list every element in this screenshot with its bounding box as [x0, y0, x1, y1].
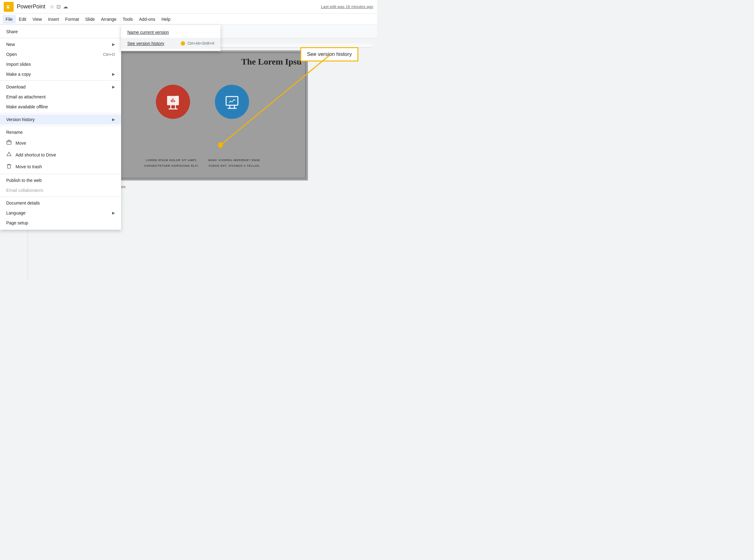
- fm-rename[interactable]: Rename: [0, 127, 121, 137]
- menu-arrange[interactable]: Arrange: [98, 15, 120, 24]
- svg-rect-3: [7, 7, 9, 7]
- move-icon: [6, 140, 13, 146]
- app-icon: [4, 2, 14, 12]
- fm-divider-6: [0, 197, 121, 197]
- svg-rect-34: [7, 141, 11, 144]
- menu-addons[interactable]: Add-ons: [136, 15, 158, 24]
- fm-pagesetup[interactable]: Page setup: [0, 218, 121, 228]
- fm-divider-5: [0, 174, 121, 174]
- fm-open[interactable]: Open Ctrl+O: [0, 49, 121, 59]
- menu-slide[interactable]: Slide: [82, 15, 98, 24]
- speaker-notes: d speaker notes: [97, 184, 308, 189]
- star-icon[interactable]: ☆: [50, 4, 54, 9]
- title-icons: ☆ ⊡ ☁: [50, 4, 68, 9]
- menu-file[interactable]: File: [2, 15, 16, 24]
- fm-details[interactable]: Document details: [0, 198, 121, 208]
- fm-offline[interactable]: Make available offline: [0, 102, 121, 112]
- version-submenu: Name current version See version history…: [121, 25, 220, 51]
- svg-line-28: [229, 101, 231, 103]
- version-callout: See version history: [300, 47, 358, 61]
- menu-help[interactable]: Help: [158, 15, 174, 24]
- caption-right: NUNC VIVERRA IMPERDIET ENIM.FUSCE EST. V…: [208, 157, 261, 168]
- fm-divider-4: [0, 126, 121, 126]
- slide-icon-teal: [215, 85, 249, 119]
- caption-left: LOREM IPSUM DOLOR SIT AMET,CONSECTETUER …: [144, 157, 199, 168]
- menu-view[interactable]: View: [29, 15, 45, 24]
- title-bar: PowerPoint ☆ ⊡ ☁ Last edit was 16 minute…: [0, 0, 377, 14]
- svg-rect-36: [7, 165, 11, 168]
- fm-collab[interactable]: Email collaborators: [0, 185, 121, 195]
- svg-rect-24: [226, 97, 238, 105]
- svg-rect-2: [7, 6, 9, 6]
- fm-language[interactable]: Language ▶: [0, 208, 121, 218]
- fm-share[interactable]: Share: [0, 27, 121, 37]
- slide-canvas[interactable]: The Lorem Ipsu: [97, 50, 308, 181]
- svg-line-30: [232, 100, 234, 102]
- vs-dot: [181, 41, 185, 46]
- fm-divider-2: [0, 80, 121, 81]
- fm-new[interactable]: New ▶: [0, 39, 121, 49]
- drive-icon: [6, 152, 13, 158]
- menu-bar: File Edit View Insert Format Slide Arran…: [0, 14, 377, 25]
- menu-tools[interactable]: Tools: [120, 15, 136, 24]
- fm-copy[interactable]: Make a copy ▶: [0, 69, 121, 79]
- svg-marker-35: [7, 152, 11, 156]
- fm-trash[interactable]: Move to trash: [0, 161, 121, 173]
- folder-icon[interactable]: ⊡: [57, 4, 61, 9]
- menu-edit[interactable]: Edit: [16, 15, 29, 24]
- slide-title: The Lorem Ipsu: [241, 57, 301, 66]
- fm-publish[interactable]: Publish to the web: [0, 175, 121, 185]
- vs-see-version[interactable]: See version history Ctrl+Alt+Shift+H: [121, 38, 220, 49]
- vs-name-version[interactable]: Name current version: [121, 27, 220, 38]
- fm-divider-1: [0, 38, 121, 38]
- cloud-icon[interactable]: ☁: [63, 4, 68, 9]
- app-title: PowerPoint: [17, 3, 45, 10]
- svg-line-31: [234, 100, 235, 100]
- slide-icon-red: [156, 85, 190, 119]
- fm-shortcut[interactable]: Add shortcut to Drive: [0, 149, 121, 161]
- menu-insert[interactable]: Insert: [45, 15, 62, 24]
- fm-email[interactable]: Email as attachment: [0, 92, 121, 102]
- fm-divider-3: [0, 113, 121, 113]
- trash-icon: [6, 163, 13, 170]
- last-edit-text[interactable]: Last edit was 16 minutes ago: [321, 4, 373, 9]
- file-menu: Share New ▶ Open Ctrl+O Import slides Ma…: [0, 25, 121, 230]
- menu-format[interactable]: Format: [62, 15, 82, 24]
- fm-move[interactable]: Move: [0, 137, 121, 149]
- fm-import[interactable]: Import slides: [0, 59, 121, 69]
- fm-version[interactable]: Version history ▶: [0, 115, 121, 124]
- fm-download[interactable]: Download ▶: [0, 82, 121, 92]
